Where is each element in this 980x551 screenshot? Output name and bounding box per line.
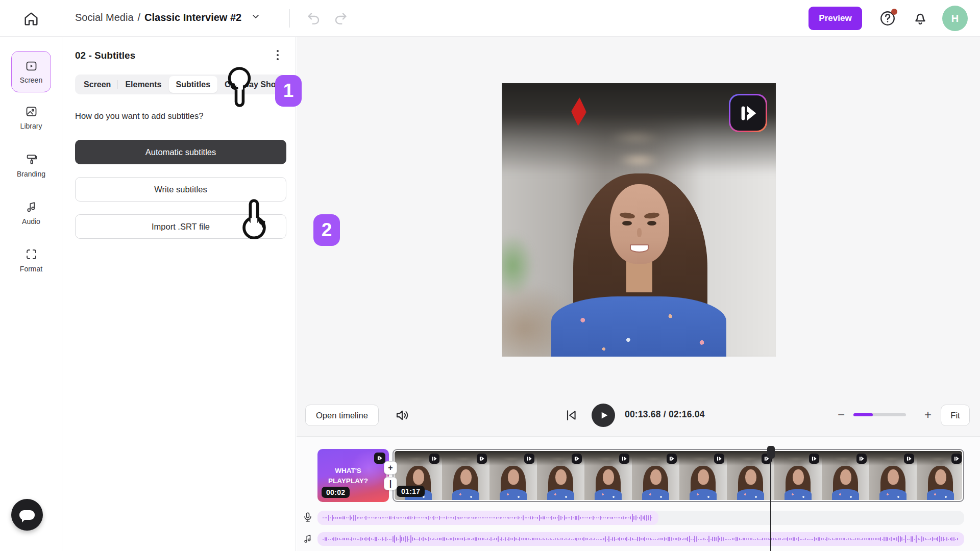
microphone-icon [302, 512, 313, 523]
screen-heading: 02 - Subtitles [75, 50, 135, 61]
music-track-icon-wrap [302, 533, 313, 545]
sidebar-item-label: Format [20, 265, 42, 273]
video-clip[interactable] [393, 449, 964, 502]
chevron-down-icon[interactable] [251, 11, 261, 24]
support-chat-button[interactable] [11, 499, 43, 531]
format-icon [24, 247, 38, 261]
playplay-logo-watermark [729, 94, 767, 132]
tutorial-step-2-badge: 2 [313, 214, 340, 246]
breadcrumb-section: Social Media [75, 12, 134, 23]
video-preview[interactable] [502, 83, 776, 357]
sidebar-item-format[interactable]: Format [0, 247, 62, 273]
music-note-icon [302, 533, 313, 544]
notifications-button[interactable] [912, 10, 929, 27]
voice-audio-clip[interactable] [317, 511, 658, 525]
undo-icon [305, 10, 322, 27]
breadcrumb[interactable]: Social Media / Classic Interview #2 [75, 11, 261, 24]
hand-pointing-down-cursor [220, 62, 258, 111]
skip-back-icon [564, 408, 578, 422]
split-transition-button[interactable]: | [384, 477, 397, 490]
screen-icon [24, 59, 38, 73]
sidebar-item-library[interactable]: Library [0, 105, 62, 130]
title-clip-text: WHAT'S PLAYPLAY? [324, 466, 373, 487]
screen-options-menu-button[interactable] [271, 48, 285, 62]
library-icon [24, 105, 38, 118]
redo-icon [333, 10, 349, 27]
zoom-slider-fill [853, 413, 873, 416]
undo-button[interactable] [305, 10, 322, 27]
automatic-subtitles-button[interactable]: Automatic subtitles [75, 140, 286, 164]
sidebar-item-label: Branding [17, 170, 45, 178]
open-timeline-button[interactable]: Open timeline [305, 405, 379, 426]
playhead-line [770, 458, 771, 551]
zoom-slider[interactable] [853, 413, 906, 416]
main-sidebar: Screen Library Branding Audio [0, 37, 62, 551]
help-button[interactable] [879, 10, 896, 27]
skip-to-start-button[interactable] [564, 408, 578, 422]
preview-button[interactable]: Preview [808, 7, 862, 30]
avatar[interactable]: H [942, 6, 968, 31]
home-icon [22, 10, 40, 28]
video-clip-thumbs [395, 451, 962, 500]
fit-button[interactable]: Fit [941, 405, 970, 426]
player-controls: Open timeline 00:13.68 / 02:16.04 − + [297, 399, 980, 436]
timeline: WHAT'S PLAYPLAY? Pl 00:02 + | 01:17 [297, 436, 980, 551]
play-icon [600, 411, 609, 420]
time-display: 00:13.68 / 02:16.04 [625, 409, 705, 420]
notification-dot [891, 9, 897, 15]
tab-subtitles[interactable]: Subtitles [169, 76, 218, 93]
sidebar-item-label: Library [20, 122, 42, 130]
branding-icon [24, 153, 38, 166]
playplay-editor: Social Media / Classic Interview #2 Prev… [0, 0, 980, 551]
sidebar-item-branding[interactable]: Branding [0, 153, 62, 178]
play-button[interactable] [592, 404, 615, 427]
title-clip[interactable]: WHAT'S PLAYPLAY? Pl 00:02 [317, 449, 389, 502]
breadcrumb-project-title: Classic Interview #2 [144, 12, 241, 23]
header-divider [289, 9, 290, 28]
hand-clicking-cursor [235, 196, 274, 246]
tab-elements[interactable]: Elements [118, 76, 168, 93]
subtitles-panel: 02 - Subtitles Screen Elements Subtitles… [62, 37, 296, 551]
video-clip-duration-badge: 01:17 [397, 486, 425, 497]
sidebar-item-label: Audio [22, 217, 40, 226]
zoom-out-button[interactable]: − [834, 407, 849, 422]
breadcrumb-separator: / [138, 12, 141, 23]
subtitles-question-label: How do you want to add subtitles? [75, 111, 203, 121]
title-clip-duration-badge: 00:02 [322, 487, 350, 498]
sidebar-item-screen[interactable]: Screen [11, 51, 51, 92]
volume-button[interactable] [395, 408, 410, 423]
voice-track-icon-wrap [302, 512, 313, 524]
sidebar-item-label: Screen [20, 76, 42, 84]
clip-insert-controls: + | [384, 461, 397, 490]
top-bar: Social Media / Classic Interview #2 Prev… [0, 0, 980, 37]
zoom-in-button[interactable]: + [920, 407, 936, 422]
music-note-icon [24, 200, 38, 214]
add-screen-button[interactable]: + [384, 461, 397, 474]
tab-screen[interactable]: Screen [77, 76, 118, 93]
editor-stage: Open timeline 00:13.68 / 02:16.04 − + [297, 37, 980, 551]
home-button[interactable] [22, 10, 40, 28]
chat-bubble-icon [19, 510, 35, 520]
redo-button[interactable] [333, 10, 349, 27]
music-audio-clip[interactable] [317, 532, 964, 546]
tutorial-step-1-badge: 1 [275, 75, 302, 107]
sidebar-item-audio[interactable]: Audio [0, 200, 62, 226]
speaker-icon [395, 408, 410, 423]
playhead-handle[interactable] [767, 446, 775, 459]
bell-icon [912, 10, 929, 27]
video-track: WHAT'S PLAYPLAY? Pl 00:02 + | 01:17 [297, 449, 980, 502]
